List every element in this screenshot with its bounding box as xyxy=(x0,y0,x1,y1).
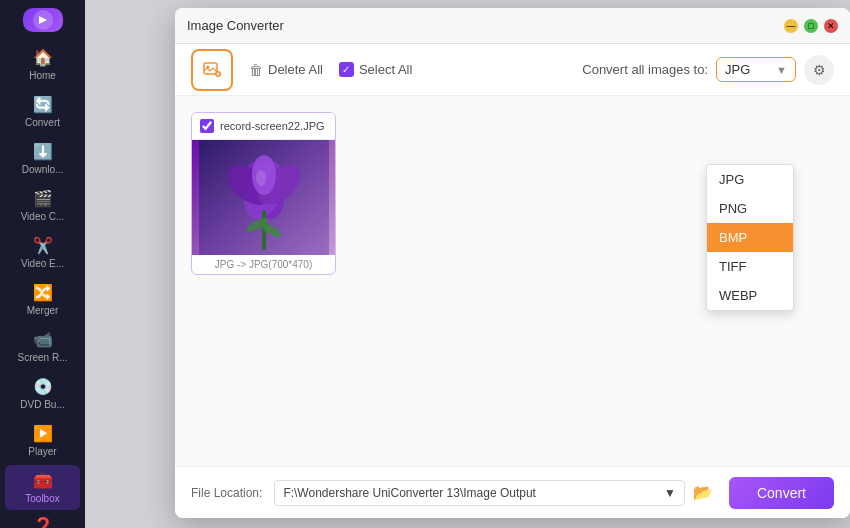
modal-window-controls: — □ ✕ xyxy=(784,19,838,33)
sidebar-item-home-label: Home xyxy=(29,70,56,81)
sidebar-item-download[interactable]: ⬇️ Downlo... xyxy=(5,136,80,181)
image-thumbnail xyxy=(192,140,335,255)
merger-icon: 🔀 xyxy=(33,283,53,302)
app-logo xyxy=(23,8,63,32)
format-current-value: JPG xyxy=(725,62,772,77)
sidebar-item-toolbox[interactable]: 🧰 Toolbox xyxy=(5,465,80,510)
image-conversion-label: JPG -> JPG(700*470) xyxy=(192,255,335,274)
file-location-label: File Location: xyxy=(191,486,262,500)
dropdown-option-webp[interactable]: WEBP xyxy=(707,281,793,310)
sidebar-item-convert-label: Convert xyxy=(25,117,60,128)
chevron-down-icon: ▼ xyxy=(776,64,787,76)
main-content: data metadata Image Converter — □ ✕ xyxy=(85,0,850,528)
sidebar-item-dvd[interactable]: 💿 DVD Bu... xyxy=(5,371,80,416)
gear-icon: ⚙ xyxy=(813,62,826,78)
file-path-wrapper: F:\Wondershare UniConverter 13\Image Out… xyxy=(274,479,717,507)
sidebar-item-screen-label: Screen R... xyxy=(17,352,67,363)
sidebar-item-video-e[interactable]: ✂️ Video E... xyxy=(5,230,80,275)
video-edit-icon: ✂️ xyxy=(33,236,53,255)
sidebar-item-player[interactable]: ▶️ Player xyxy=(5,418,80,463)
svg-point-13 xyxy=(256,170,266,186)
dropdown-option-jpg[interactable]: JPG xyxy=(707,165,793,194)
path-chevron-down-icon: ▼ xyxy=(664,486,676,500)
video-compress-icon: 🎬 xyxy=(33,189,53,208)
sidebar-item-download-label: Downlo... xyxy=(22,164,64,175)
format-selector[interactable]: JPG ▼ xyxy=(716,57,796,82)
convert-all-label: Convert all images to: xyxy=(582,62,708,77)
delete-all-button[interactable]: 🗑 Delete All xyxy=(249,62,323,78)
image-card-filename: record-screen22.JPG xyxy=(220,120,325,132)
sidebar-item-toolbox-label: Toolbox xyxy=(25,493,59,504)
screen-record-icon: 📹 xyxy=(33,330,53,349)
convert-all-section: Convert all images to: JPG ▼ ⚙ xyxy=(582,55,834,85)
download-icon: ⬇️ xyxy=(33,142,53,161)
dvd-icon: 💿 xyxy=(33,377,53,396)
image-card-checkbox[interactable] xyxy=(200,119,214,133)
dropdown-option-tiff[interactable]: TIFF xyxy=(707,252,793,281)
sidebar-item-ve-label: Video E... xyxy=(21,258,64,269)
sidebar-item-video-c[interactable]: 🎬 Video C... xyxy=(5,183,80,228)
convert-button[interactable]: Convert xyxy=(729,477,834,509)
dropdown-option-bmp[interactable]: BMP xyxy=(707,223,793,252)
sidebar-item-home[interactable]: 🏠 Home xyxy=(5,42,80,87)
sidebar-item-screen[interactable]: 📹 Screen R... xyxy=(5,324,80,369)
delete-all-label: Delete All xyxy=(268,62,323,77)
folder-open-icon: 📂 xyxy=(693,483,713,502)
minimize-button[interactable]: — xyxy=(784,19,798,33)
toolbox-icon: 🧰 xyxy=(33,471,53,490)
sidebar-item-player-label: Player xyxy=(28,446,56,457)
iris-flower-svg xyxy=(199,140,329,255)
sidebar-item-merger-label: Merger xyxy=(27,305,59,316)
sidebar-item-vc-label: Video C... xyxy=(21,211,65,222)
image-card: record-screen22.JPG xyxy=(191,112,336,275)
modal-titlebar: Image Converter — □ ✕ xyxy=(175,8,850,44)
close-button[interactable]: ✕ xyxy=(824,19,838,33)
player-icon: ▶️ xyxy=(33,424,53,443)
modal-title: Image Converter xyxy=(187,18,284,33)
browse-folder-button[interactable]: 📂 xyxy=(689,479,717,507)
home-icon: 🏠 xyxy=(33,48,53,67)
modal-footer: File Location: F:\Wondershare UniConvert… xyxy=(175,466,850,518)
sidebar-item-dvd-label: DVD Bu... xyxy=(20,399,64,410)
add-image-icon xyxy=(202,60,222,80)
convert-icon: 🔄 xyxy=(33,95,53,114)
modal-body: record-screen22.JPG xyxy=(175,96,850,466)
image-card-header: record-screen22.JPG xyxy=(192,113,335,140)
format-dropdown-menu: JPG PNG BMP TIFF WEBP xyxy=(706,164,794,311)
trash-icon: 🗑 xyxy=(249,62,263,78)
sidebar-item-convert[interactable]: 🔄 Convert xyxy=(5,89,80,134)
file-path-value: F:\Wondershare UniConverter 13\Image Out… xyxy=(283,486,664,500)
select-all-checkbox[interactable]: ✓ Select All xyxy=(339,62,412,77)
add-image-button[interactable] xyxy=(191,49,233,91)
sidebar-bottom: ❓ 🔔 👤 xyxy=(28,512,58,528)
image-converter-modal: Image Converter — □ ✕ xyxy=(175,8,850,518)
select-all-label: Select All xyxy=(359,62,412,77)
maximize-button[interactable]: □ xyxy=(804,19,818,33)
modal-toolbar: 🗑 Delete All ✓ Select All Convert all im… xyxy=(175,44,850,96)
dropdown-option-png[interactable]: PNG xyxy=(707,194,793,223)
settings-button[interactable]: ⚙ xyxy=(804,55,834,85)
help-icon[interactable]: ❓ xyxy=(28,512,58,528)
file-path-selector[interactable]: F:\Wondershare UniConverter 13\Image Out… xyxy=(274,480,685,506)
sidebar-item-merger[interactable]: 🔀 Merger xyxy=(5,277,80,322)
check-mark-icon: ✓ xyxy=(339,62,354,77)
sidebar: 🏠 Home 🔄 Convert ⬇️ Downlo... 🎬 Video C.… xyxy=(0,0,85,528)
